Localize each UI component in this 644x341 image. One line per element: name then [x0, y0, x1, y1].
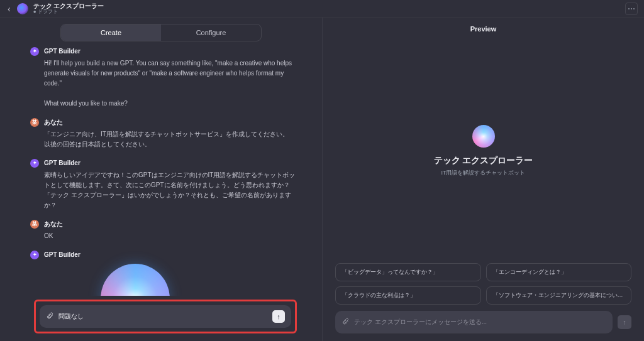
- preview-avatar: [472, 125, 495, 148]
- avatar-user-icon: 某: [30, 220, 39, 229]
- preview-gpt-name: テック エクスプローラー: [434, 155, 533, 166]
- message: ✦ GPT Builder Hi! I'll help you build a …: [44, 46, 297, 109]
- message-author: あなた: [44, 117, 297, 127]
- attachment-icon[interactable]: [341, 317, 349, 328]
- message-body: Hi! I'll help you build a new GPT. You c…: [44, 58, 297, 109]
- avatar-gpt-icon: ✦: [30, 251, 39, 259]
- tab-create[interactable]: Create: [61, 24, 161, 41]
- message: 某 あなた 「エンジニア向け、IT用語を解説するチャットボットサービス」を作成し…: [44, 117, 297, 149]
- preview-input-placeholder: テック エクスプローラーにメッセージを送る...: [354, 318, 606, 327]
- generated-profile-image: [101, 264, 170, 296]
- suggestion-chip[interactable]: 「ビッグデータ」ってなんですか？」: [335, 263, 481, 281]
- suggestion-chip[interactable]: 「クラウドの主な利点は？」: [335, 286, 481, 305]
- preview-gpt-desc: IT用語を解説するチャットボット: [441, 169, 526, 177]
- input-highlight-box: 問題なし ↑: [34, 300, 297, 333]
- send-button[interactable]: ↑: [272, 310, 285, 323]
- main-split: Create Configure ✦ GPT Builder Hi! I'll …: [0, 18, 644, 341]
- avatar-user-icon: 某: [30, 118, 39, 127]
- back-button[interactable]: ‹: [6, 3, 12, 15]
- message-input-bar[interactable]: 問題なし ↑: [40, 305, 291, 328]
- draft-status: ● ドラフト: [33, 9, 104, 15]
- page-title: テック エクスプローラー: [33, 3, 104, 9]
- message-body: OK: [44, 231, 297, 241]
- preview-send-button[interactable]: ↑: [618, 315, 631, 329]
- suggestion-chips: 「ビッグデータ」ってなんですか？」 「エンコーディングとは？」 「クラウドの主な…: [335, 263, 631, 305]
- menu-button[interactable]: ⋯: [625, 3, 638, 15]
- message-author: GPT Builder: [44, 46, 297, 57]
- conversation: ✦ GPT Builder Hi! I'll help you build a …: [0, 46, 322, 296]
- gpt-avatar-small: [17, 3, 28, 14]
- preview-panel: Preview テック エクスプローラー IT用語を解説するチャットボット 「ビ…: [322, 18, 644, 341]
- app-header: ‹ テック エクスプローラー ● ドラフト ⋯: [0, 0, 644, 18]
- message-input[interactable]: 問題なし: [58, 312, 272, 321]
- builder-tabs: Create Configure: [60, 24, 262, 41]
- message-author: GPT Builder: [44, 158, 297, 168]
- builder-panel: Create Configure ✦ GPT Builder Hi! I'll …: [0, 18, 322, 341]
- message: ✦ GPT Builder 素晴らしいアイデアですね！このGPTはエンジニア向け…: [44, 158, 297, 210]
- tab-configure[interactable]: Configure: [161, 24, 261, 41]
- attachment-icon[interactable]: [46, 312, 53, 322]
- message-author: GPT Builder: [44, 250, 297, 260]
- avatar-gpt-icon: ✦: [30, 159, 39, 168]
- suggestion-chip[interactable]: 「ソフトウェア・エンジニアリングの基本について教えてください。」: [486, 286, 632, 305]
- message-body: 「エンジニア向け、IT用語を解説するチャットボットサービス」を作成してください。…: [44, 129, 297, 149]
- preview-heading: Preview: [335, 25, 631, 33]
- message: ✦ GPT Builder こちらが「テック エクスプローラー」のプロフィール写…: [44, 250, 297, 296]
- preview-content: テック エクスプローラー IT用語を解説するチャットボット: [335, 39, 631, 263]
- message-author: あなた: [44, 219, 297, 229]
- preview-message-input[interactable]: テック エクスプローラーにメッセージを送る...: [335, 311, 613, 333]
- avatar-gpt-icon: ✦: [30, 47, 39, 56]
- message: 某 あなた OK: [44, 219, 297, 241]
- suggestion-chip[interactable]: 「エンコーディングとは？」: [486, 263, 632, 281]
- header-titles: テック エクスプローラー ● ドラフト: [33, 3, 104, 15]
- message-body: 素晴らしいアイデアですね！このGPTはエンジニア向けのIT用語を解説するチャット…: [44, 170, 297, 210]
